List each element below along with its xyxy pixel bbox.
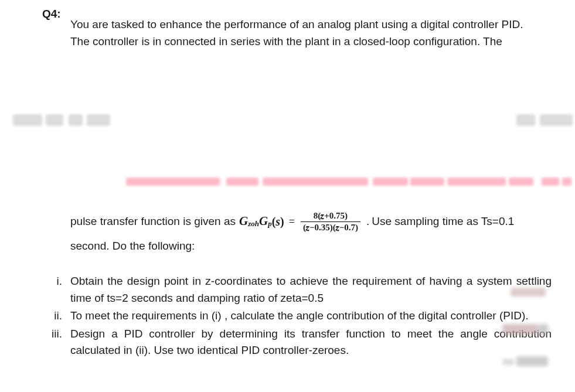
formula-svar: s [275, 213, 280, 230]
redaction-smudge [502, 359, 514, 365]
list-marker-i: i. [46, 273, 70, 306]
pulse-prefix-text: pulse transfer function is given as [70, 213, 236, 230]
question-label: Q4: [42, 6, 61, 23]
list-text-iii: Design a PID controller by determining i… [70, 326, 552, 359]
list-text-ii: To meet the requirements in (i) , calcul… [70, 308, 552, 325]
pulse-line-2: second. Do the following: [70, 238, 552, 255]
redaction-smudge [538, 324, 548, 335]
redaction-smudge [502, 324, 539, 335]
formula-fraction: 8(𝒛+0.75) (𝒛−0.35)(𝒛−0.7) [301, 211, 360, 232]
list-marker-iii: iii. [46, 326, 70, 359]
list-item: iii. Design a PID controller by determin… [46, 326, 552, 359]
redaction-smudge [511, 288, 546, 296]
formula-denominator: (𝒛−0.35)(𝒛−0.7) [301, 221, 360, 233]
formula-numerator: 8(𝒛+0.75) [311, 211, 350, 221]
formula-rparen: ) [280, 213, 284, 230]
list-marker-ii: ii. [46, 308, 70, 325]
pulse-suffix-stop: . [366, 213, 369, 230]
list-item: ii. To meet the requirements in (i) , ca… [46, 308, 552, 325]
pulse-line-1: pulse transfer function is given as G zo… [70, 211, 552, 232]
formula-sub-zoh: zoh [248, 218, 259, 230]
intro-paragraph: You are tasked to enhance the performanc… [70, 16, 552, 50]
formula-g1: G [239, 212, 248, 231]
list-item: i. Obtain the design point in z-coordina… [46, 273, 552, 306]
redacted-row-pink [0, 178, 575, 188]
list-text-i: Obtain the design point in z-coordinates… [70, 273, 552, 306]
pulse-transfer-block: pulse transfer function is given as G zo… [70, 211, 552, 255]
subquestion-list: i. Obtain the design point in z-coordina… [46, 273, 552, 360]
redaction-smudge [516, 356, 548, 366]
intro-line-1: You are tasked to enhance the performanc… [70, 16, 552, 33]
formula-g2: G [259, 212, 268, 231]
transfer-function-formula: G zoh G p ( s ) = 8(𝒛+0.75) (𝒛−0.35)(𝒛−0… [239, 211, 362, 232]
pulse-suffix-text: Use sampling time as Ts=0.1 [372, 213, 514, 230]
formula-equals: = [289, 214, 295, 230]
redacted-row-grey [0, 114, 575, 127]
formula-sub-p: p [268, 218, 272, 230]
intro-line-2: The controller is in connected in series… [70, 33, 552, 50]
